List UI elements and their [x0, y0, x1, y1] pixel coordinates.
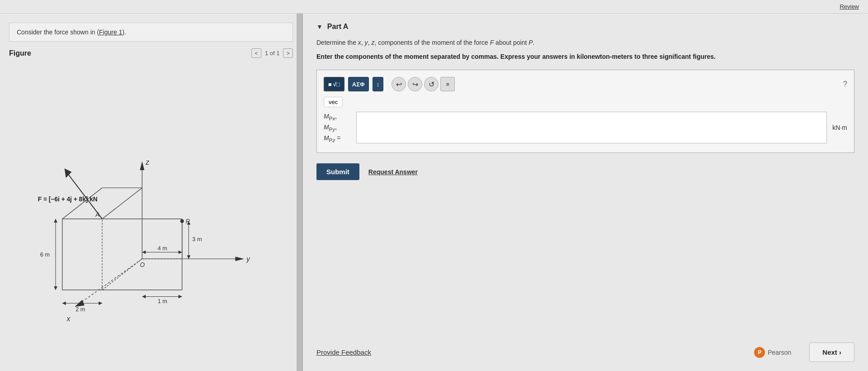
- pearson-label: Pearson: [768, 349, 791, 356]
- format-btn-3[interactable]: ↕: [373, 77, 384, 91]
- moment-label-z: MPz =: [324, 133, 351, 143]
- diagram-area: z y x: [9, 62, 293, 366]
- part-header: ▼ Part A: [316, 23, 854, 31]
- part-title: Part A: [327, 23, 349, 31]
- svg-text:F = [−6i + 4j + 8k] kN: F = [−6i + 4j + 8k] kN: [38, 196, 98, 203]
- submit-btn[interactable]: Submit: [316, 163, 359, 180]
- svg-rect-0: [9, 86, 293, 343]
- unit-label: kN·m: [832, 124, 847, 131]
- review-link[interactable]: Review: [840, 3, 859, 10]
- vec-btn[interactable]: vec: [324, 97, 343, 107]
- moment-label-x: MPx,: [324, 112, 351, 122]
- svg-text:x: x: [66, 315, 71, 323]
- problem-instruction: Enter the components of the moment separ…: [316, 52, 854, 62]
- action-row: Submit Request Answer: [316, 163, 854, 180]
- svg-text:6 m: 6 m: [40, 251, 50, 258]
- left-panel: Consider the force shown in (Figure 1). …: [0, 14, 303, 371]
- format-btn-2[interactable]: ΑΣΦ: [348, 77, 369, 91]
- svg-text:1 m: 1 m: [158, 298, 167, 304]
- bottom-row: Provide Feedback P Pearson Next ›: [316, 338, 854, 366]
- figure-nav-text: 1 of 1: [265, 50, 280, 57]
- provide-feedback-link[interactable]: Provide Feedback: [316, 348, 371, 356]
- figure-link[interactable]: Figure 1: [99, 29, 122, 36]
- svg-text:2 m: 2 m: [75, 306, 85, 313]
- answer-input[interactable]: [356, 112, 827, 143]
- request-answer-link[interactable]: Request Answer: [368, 168, 418, 176]
- right-panel: ▼ Part A Determine the x, y, z, componen…: [303, 14, 868, 371]
- figure-label: Figure: [9, 49, 31, 57]
- format-icon-2: ΑΣΦ: [352, 81, 365, 88]
- figure-prev-btn[interactable]: <: [251, 48, 261, 58]
- figure-header: Figure < 1 of 1 >: [9, 48, 293, 58]
- part-arrow-icon: ▼: [316, 23, 323, 30]
- moment-label-y: MPy,: [324, 123, 351, 133]
- svg-text:O: O: [140, 262, 145, 268]
- format-icon-sqrt: √□: [333, 81, 340, 88]
- svg-text:4 m: 4 m: [158, 245, 167, 252]
- input-row: MPx, MPy, MPz = kN·m: [324, 112, 847, 143]
- problem-description: Determine the x, y, z, components of the…: [316, 38, 854, 48]
- svg-text:y: y: [246, 255, 250, 263]
- figure-next-btn[interactable]: >: [283, 48, 293, 58]
- svg-text:3 m: 3 m: [192, 236, 202, 243]
- toolbar: ■ √□ ΑΣΦ ↕ ↩ ↪ ↺ ≡ ?: [324, 77, 847, 91]
- pearson-logo: P Pearson: [754, 347, 791, 358]
- menu-btn[interactable]: ≡: [440, 77, 455, 91]
- answer-box: ■ √□ ΑΣΦ ↕ ↩ ↪ ↺ ≡ ? vec: [316, 70, 854, 153]
- moment-labels: MPx, MPy, MPz =: [324, 112, 351, 143]
- undo-btn[interactable]: ↩: [392, 77, 406, 91]
- svg-text:A: A: [95, 211, 99, 218]
- format-btn-1[interactable]: ■ √□: [324, 77, 344, 91]
- next-btn[interactable]: Next ›: [809, 342, 854, 362]
- figure-nav: < 1 of 1 >: [251, 48, 293, 58]
- figure-caption: Consider the force shown in (Figure 1).: [9, 23, 293, 42]
- help-icon[interactable]: ?: [843, 80, 847, 88]
- main-container: Consider the force shown in (Figure 1). …: [0, 14, 868, 371]
- diagram-svg: z y x: [9, 62, 293, 366]
- svg-text:z: z: [145, 158, 149, 166]
- format-icon-3: ↕: [377, 81, 380, 88]
- top-bar: Review: [0, 0, 868, 14]
- redo-btn[interactable]: ↪: [408, 77, 422, 91]
- scrollbar[interactable]: [297, 14, 302, 371]
- svg-point-28: [180, 219, 184, 223]
- refresh-btn[interactable]: ↺: [424, 77, 439, 91]
- format-icon-1: ■: [328, 81, 332, 88]
